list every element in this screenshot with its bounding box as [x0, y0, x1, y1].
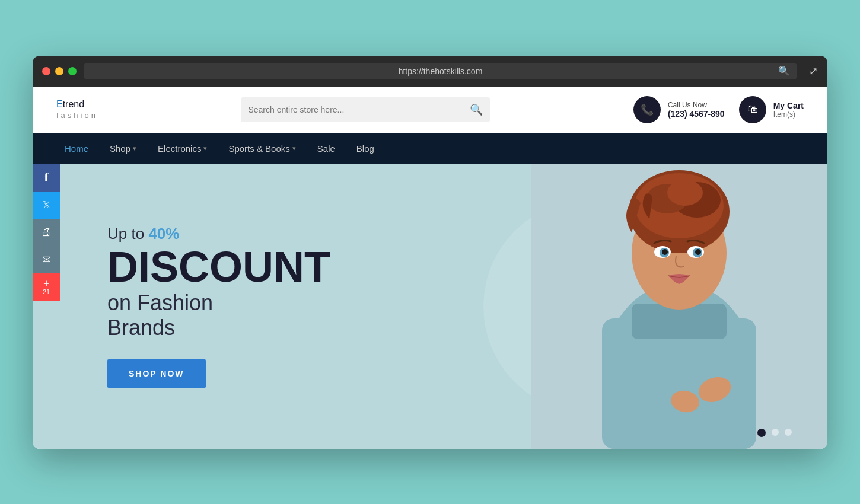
phone-label: Call Us Now — [668, 101, 725, 109]
social-facebook[interactable]: f — [33, 164, 60, 192]
hero-percent: 40% — [148, 225, 179, 243]
hero-model-image — [390, 164, 827, 449]
logo-trend: trend — [63, 99, 84, 109]
nav-label-sale: Sale — [317, 143, 335, 154]
nav-item-sale[interactable]: Sale — [309, 133, 343, 164]
nav-item-sports-books[interactable]: Sports & Books ▾ — [220, 133, 304, 164]
carousel-dots — [757, 429, 792, 437]
carousel-dot-1[interactable] — [757, 429, 766, 437]
chevron-down-icon: ▾ — [203, 145, 207, 152]
plus-icon: + — [43, 278, 49, 289]
facebook-icon: f — [44, 171, 49, 184]
logo-e: E — [56, 99, 63, 109]
site-nav: Home Shop ▾ Electronics ▾ Sports & Books… — [33, 133, 827, 164]
svg-point-11 — [667, 180, 703, 206]
cart-label: My Cart — [773, 101, 804, 110]
website: Etrend fashion 🔍 📞 Call Us Now (123) 456… — [33, 87, 827, 449]
logo[interactable]: Etrend fashion — [56, 99, 98, 120]
address-bar[interactable]: https://thehotskills.com 🔍 — [84, 63, 797, 79]
header-actions: 📞 Call Us Now (123) 4567-890 🛍 My Cart I… — [633, 96, 804, 123]
nav-item-shop[interactable]: Shop ▾ — [101, 133, 145, 164]
hero-section: Up to 40% DISCOUNT on Fashion Brands SHO… — [33, 164, 827, 449]
browser-chrome: https://thehotskills.com 🔍 ⤢ — [33, 56, 827, 87]
social-sidebar: f 𝕏 🖨 ✉ + 21 — [33, 164, 60, 449]
site-header: Etrend fashion 🔍 📞 Call Us Now (123) 456… — [33, 87, 827, 133]
nav-label-shop: Shop — [110, 143, 130, 154]
url-text: https://thehotskills.com — [399, 66, 483, 76]
nav-label-electronics: Electronics — [158, 143, 201, 154]
expand-icon[interactable]: ⤢ — [809, 65, 818, 78]
nav-item-electronics[interactable]: Electronics ▾ — [149, 133, 215, 164]
search-input[interactable] — [248, 105, 470, 114]
address-search-icon: 🔍 — [778, 65, 790, 76]
cart-icon: 🛍 — [747, 103, 758, 116]
cart-icon-circle: 🛍 — [739, 96, 766, 123]
hero-subtitle-line2: Brands — [107, 315, 175, 340]
hero-pretext-label: Up to — [107, 225, 144, 243]
twitter-icon: 𝕏 — [43, 199, 50, 210]
browser-window: https://thehotskills.com 🔍 ⤢ Etrend fash… — [33, 56, 827, 449]
nav-item-home[interactable]: Home — [56, 133, 97, 164]
hero-subtitle: on Fashion Brands — [107, 291, 330, 340]
cart[interactable]: 🛍 My Cart Item(s) — [739, 96, 804, 123]
carousel-dot-3[interactable] — [785, 429, 792, 436]
print-icon: 🖨 — [41, 226, 52, 238]
hero-pretext: Up to 40% — [107, 225, 330, 243]
search-bar: 🔍 — [241, 97, 490, 122]
nav-label-home: Home — [65, 143, 88, 154]
dot-close[interactable] — [42, 67, 50, 75]
shop-now-button[interactable]: SHOP NOW — [107, 359, 206, 388]
hero-wrapper: f 𝕏 🖨 ✉ + 21 — [33, 164, 827, 449]
cart-sub: Item(s) — [773, 110, 804, 119]
phone-text: Call Us Now (123) 4567-890 — [668, 101, 725, 119]
hero-content: Up to 40% DISCOUNT on Fashion Brands SHO… — [60, 189, 378, 423]
logo-sub: fashion — [56, 111, 98, 120]
phone-icon: 📞 — [641, 103, 654, 116]
cart-text: My Cart Item(s) — [773, 101, 804, 119]
phone-number: (123) 4567-890 — [668, 109, 725, 119]
social-email[interactable]: ✉ — [33, 246, 60, 273]
search-button[interactable]: 🔍 — [470, 103, 483, 116]
browser-dots — [42, 67, 77, 75]
svg-point-16 — [662, 249, 668, 255]
dot-maximize[interactable] — [68, 67, 77, 75]
phone-icon-circle: 📞 — [633, 96, 661, 123]
hero-title: DISCOUNT — [107, 245, 330, 288]
chevron-down-icon: ▾ — [133, 145, 136, 152]
email-icon: ✉ — [42, 253, 51, 266]
nav-item-blog[interactable]: Blog — [348, 133, 383, 164]
plus-count: 21 — [43, 289, 50, 295]
dot-minimize[interactable] — [55, 67, 63, 75]
hero-subtitle-line1: on Fashion — [107, 291, 213, 315]
carousel-dot-2[interactable] — [772, 429, 779, 436]
chevron-down-icon: ▾ — [292, 145, 296, 152]
nav-label-sports-books: Sports & Books — [228, 143, 289, 154]
logo-text: Etrend — [56, 99, 84, 110]
phone-info: 📞 Call Us Now (123) 4567-890 — [633, 96, 725, 123]
social-plus[interactable]: + 21 — [33, 273, 60, 301]
social-twitter[interactable]: 𝕏 — [33, 192, 60, 219]
nav-label-blog: Blog — [356, 143, 374, 154]
svg-point-17 — [695, 249, 701, 255]
social-print[interactable]: 🖨 — [33, 219, 60, 246]
